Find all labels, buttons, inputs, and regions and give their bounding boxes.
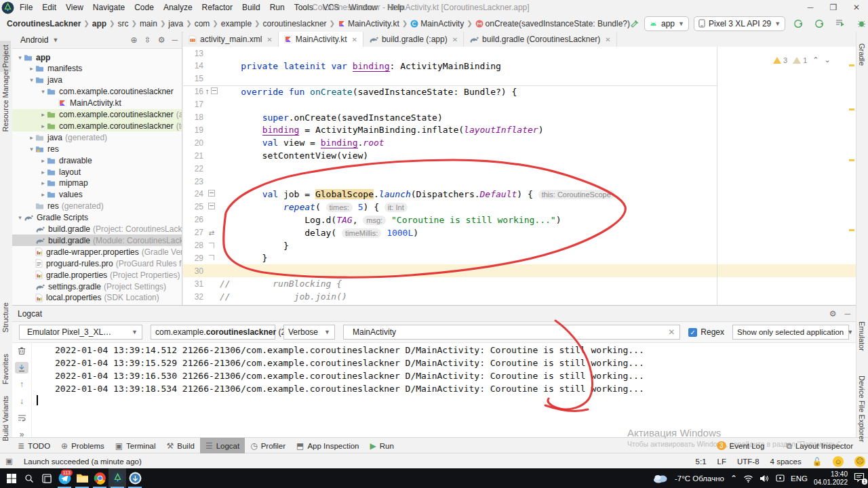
menu-build[interactable]: Build (237, 0, 265, 15)
tree-item-layout[interactable]: ▸layout (12, 166, 182, 178)
code-line-26[interactable]: 26 Log.d(TAG, msg: "Coroutine is still w… (183, 214, 856, 226)
locate-file-icon[interactable]: ⊕ (131, 35, 138, 45)
breadcrumb-item[interactable]: main (140, 19, 157, 28)
task-view-button[interactable] (38, 468, 56, 488)
fold-close-icon[interactable] (209, 243, 214, 248)
tool-button-todo[interactable]: ≣TODO (12, 438, 56, 453)
soft-wrap-button[interactable] (15, 412, 28, 424)
tool-button-logcat[interactable]: ☰Logcat (200, 438, 245, 453)
code-line-24[interactable]: 24 val job = GlobalScope.launch(Dispatch… (183, 188, 856, 201)
tree-chevron-icon[interactable]: ▾ (28, 77, 35, 83)
tree-item-build-gradle[interactable]: build.gradle(Module: CoroutinesLackner.a… (12, 235, 182, 246)
tab-build-gradle-app-[interactable]: build.gradle (:app)✕ (363, 32, 464, 47)
code-line-14[interactable]: 14 private lateinit var binding: Activit… (183, 60, 856, 73)
log-level-selector[interactable]: Verbose▼ (283, 325, 335, 340)
tree-item-com-example-coroutineslackner[interactable]: ▾com.example.coroutineslackner (12, 86, 182, 98)
tree-chevron-icon[interactable]: ▸ (39, 191, 47, 198)
sidebar-tab-build-variants[interactable]: Build Variants (0, 392, 11, 445)
menu-edit[interactable]: Edit (37, 0, 61, 15)
device-selector-main[interactable]: Pixel 3 XL API 29▼ (694, 16, 785, 31)
minimize-button[interactable]: ─ (799, 0, 822, 15)
tool-button-profiler[interactable]: ◷Profiler (245, 438, 291, 453)
tree-item-res[interactable]: ▾res (12, 143, 182, 155)
tree-item-proguard-rules-pro[interactable]: proguard-rules.pro(ProGuard Rules for Co… (12, 258, 182, 269)
code-line-13[interactable]: 13 (183, 47, 856, 60)
logcat-settings-gear-icon[interactable]: ⚙ (829, 309, 837, 319)
tree-chevron-icon[interactable]: ▸ (39, 180, 47, 186)
code-line-30[interactable]: 30 (183, 264, 856, 277)
tree-item-app[interactable]: ▾app (12, 52, 182, 63)
code-line-19[interactable]: 19 binding = ActivityMainBinding.inflate… (183, 123, 856, 136)
menu-refactor[interactable]: Refactor (197, 0, 237, 15)
tree-chevron-icon[interactable]: ▾ (39, 88, 47, 95)
tool-button-build[interactable]: ⚒Build (161, 438, 200, 453)
breadcrumb-item[interactable]: java (168, 19, 183, 28)
tree-chevron-icon[interactable]: ▸ (39, 157, 47, 164)
android-studio-button[interactable] (108, 468, 126, 488)
sidebar-tab-favorites[interactable]: Favorites (0, 350, 11, 388)
maximize-button[interactable]: ❐ (822, 0, 845, 15)
tray-expand-icon[interactable]: ⌃ (730, 474, 737, 483)
code-line-21[interactable]: 21 setContentView(view) (183, 149, 856, 162)
tree-chevron-icon[interactable]: ▸ (39, 111, 47, 118)
breadcrumb-item[interactable]: src (117, 19, 128, 28)
scroll-to-end-button[interactable] (15, 362, 28, 374)
chrome-button[interactable] (91, 468, 108, 488)
tree-item-res[interactable]: res(generated) (12, 201, 182, 212)
code-line-28[interactable]: 28 } (183, 239, 856, 252)
apply-changes-button[interactable] (790, 17, 806, 30)
code-line-18[interactable]: 18 super.onCreate(savedInstanceState) (183, 111, 856, 124)
tree-item-java[interactable]: ▾java (12, 75, 182, 86)
breadcrumb-item[interactable]: coroutineslackner (263, 19, 327, 28)
tree-item-manifests[interactable]: ▸manifests (12, 63, 182, 75)
breadcrumb-item[interactable]: MainActivity (410, 19, 464, 28)
debug-button[interactable] (853, 17, 868, 30)
scroll-up-button[interactable]: ↑ (15, 378, 28, 390)
start-button[interactable] (3, 468, 20, 488)
tree-item-values[interactable]: ▸values (12, 189, 182, 201)
tool-button-app-inspection[interactable]: ⬒App Inspection (291, 438, 364, 453)
prev-warning-icon[interactable]: ⌃ (812, 56, 818, 64)
line-separator[interactable]: LF (717, 458, 726, 466)
tree-item-local-properties[interactable]: local.properties(SDK Location) (12, 292, 182, 304)
file-explorer-button[interactable] (73, 468, 91, 488)
tree-chevron-icon[interactable]: ▾ (28, 146, 35, 152)
taskbar-search-button[interactable] (20, 468, 38, 488)
tree-chevron-icon[interactable]: ▸ (39, 169, 47, 176)
scroll-down-button[interactable]: ↓ (15, 395, 28, 407)
tree-item-com-example-coroutineslackner[interactable]: ▸com.example.coroutineslackner(test) (12, 120, 182, 131)
process-selector[interactable]: com.example.coroutineslackner (2 ▼ (151, 325, 275, 340)
logcat-filter-selector[interactable]: Show only selected application▼ (732, 325, 849, 340)
sidebar-tab-gradle[interactable]: Gradle (856, 39, 867, 70)
sidebar-tab-device-file-explorer[interactable]: Device File Explorer (856, 371, 867, 446)
breadcrumb-item[interactable]: example (221, 19, 252, 28)
code-line-16[interactable]: 16⭡ override fun onCreate(savedInstanceS… (183, 85, 856, 98)
code-line-31[interactable]: 31// runBlocking { (183, 277, 856, 290)
sidebar-tab-resource-manager[interactable]: Resource Manager (0, 64, 11, 136)
indent-setting[interactable]: 4 spaces (770, 458, 802, 466)
code-line-17[interactable]: 17 (183, 98, 856, 111)
code-line-27[interactable]: 27⇄ delay( timeMillis: 1000L) (183, 226, 856, 239)
menu-run[interactable]: Run (265, 0, 290, 15)
tree-item-gradle-scripts[interactable]: ▾Gradle Scripts (12, 212, 182, 224)
tree-chevron-icon[interactable]: ▾ (16, 54, 24, 61)
breadcrumb-item[interactable]: app (92, 19, 106, 28)
lock-icon[interactable]: 🔓 (812, 457, 822, 466)
tab-build-gradle-coroutineslackner-[interactable]: build.gradle (CoroutinesLackner)✕ (464, 32, 616, 47)
tab-activity-main-xml[interactable]: activity_main.xml✕ (183, 32, 279, 47)
tree-item-mainactivity-kt[interactable]: MainActivity.kt (12, 98, 182, 109)
inspection-widget[interactable]: 3 1 ⌃ ⌄ (773, 56, 831, 64)
fold-open-icon[interactable] (211, 87, 218, 94)
code-line-32[interactable]: 32// job.join() (183, 290, 856, 303)
tool-button-run[interactable]: ▶Run (365, 438, 399, 453)
tool-button-terminal[interactable]: ▣Terminal (110, 438, 161, 453)
hide-panel-icon[interactable]: ─ (172, 35, 178, 45)
logcat-output[interactable]: 2022-01-04 13:39:14.512 21266-21306/com.… (31, 342, 856, 438)
tree-chevron-icon[interactable]: ▾ (16, 214, 24, 221)
sdk-tool-button[interactable] (126, 468, 144, 488)
code-line-23[interactable]: 23 (183, 175, 856, 188)
tree-chevron-icon[interactable]: ▸ (28, 65, 35, 72)
breadcrumb-item[interactable]: com (195, 19, 210, 28)
tab-close-icon[interactable]: ✕ (452, 36, 458, 43)
logcat-search-input[interactable]: MainActivity ✕ (343, 325, 680, 340)
